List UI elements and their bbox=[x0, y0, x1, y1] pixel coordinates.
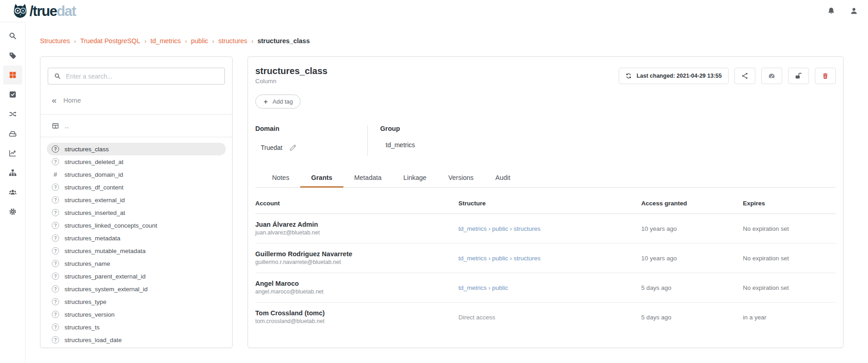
delete-button[interactable] bbox=[815, 68, 836, 84]
access-granted-value: 5 days ago bbox=[641, 314, 671, 321]
breadcrumb-separator: › bbox=[251, 38, 253, 45]
grant-user-email: tom.crossland@bluetab.net bbox=[255, 318, 458, 324]
question-circle-icon: ? bbox=[52, 145, 59, 153]
access-granted-cell: 10 years ago bbox=[641, 244, 743, 273]
search-icon bbox=[54, 73, 61, 80]
header-actions bbox=[827, 7, 858, 15]
structure-link[interactable]: td_metrics › public › structures bbox=[458, 225, 541, 232]
rail-item-search[interactable] bbox=[3, 26, 22, 45]
account-cell: Angel Maroco angel.maroco@bluetab.net bbox=[255, 273, 458, 303]
rail-item-lineage[interactable] bbox=[3, 104, 22, 124]
sidebar-item-structures-system-external-id[interactable]: ? structures_system_external_id bbox=[47, 283, 226, 295]
sidebar-item-structures-load-date[interactable]: ? structures_load_date bbox=[47, 333, 226, 346]
sitemap-icon bbox=[9, 169, 17, 177]
search-input[interactable] bbox=[66, 73, 218, 80]
unlock-icon bbox=[795, 72, 802, 80]
grant-user-email: juan.alvarez@bluetab.net bbox=[255, 229, 458, 236]
column-header-account: Account bbox=[255, 188, 458, 214]
account-cell: Tom Crossland (tomc) tom.crossland@bluet… bbox=[255, 303, 458, 332]
expires-value: No expiration set bbox=[743, 284, 789, 291]
sidebar-item-structures-mutable-metadata[interactable]: ? structures_mutable_metadata bbox=[47, 244, 226, 257]
structure-cell: Direct access bbox=[458, 303, 641, 332]
access-granted-cell: 5 days ago bbox=[641, 273, 743, 303]
sidebar-item-structures-type[interactable]: ? structures_type bbox=[47, 295, 226, 308]
rail-item-tags[interactable] bbox=[3, 46, 22, 65]
question-circle-icon: ? bbox=[52, 260, 59, 267]
detail-actions: Last changed: 2021-04-29 13:55 bbox=[619, 68, 836, 84]
last-changed-button[interactable]: Last changed: 2021-04-29 13:55 bbox=[619, 68, 729, 84]
sidebar-item-label: structures_metadata bbox=[64, 235, 120, 242]
sidebar-item-structures-class[interactable]: ? structures_class bbox=[47, 143, 226, 155]
home-label: Home bbox=[64, 97, 81, 104]
breadcrumb-link-database[interactable]: td_metrics bbox=[150, 37, 181, 45]
structure-link[interactable]: td_metrics › public bbox=[458, 284, 508, 291]
structure-browser-panel: « Home .. ? structures_class bbox=[40, 56, 233, 348]
unlock-button[interactable] bbox=[788, 68, 809, 84]
rail-item-systems[interactable] bbox=[3, 124, 22, 143]
column-header-structure: Structure bbox=[458, 188, 641, 214]
sidebar-item-structures-inserted-at[interactable]: ? structures_inserted_at bbox=[47, 206, 226, 219]
rail-item-users[interactable] bbox=[3, 183, 22, 202]
user-icon[interactable] bbox=[850, 7, 858, 15]
edit-pencil-icon[interactable] bbox=[289, 144, 297, 151]
expires-cell: in a year bbox=[743, 303, 836, 332]
gear-icon bbox=[9, 208, 17, 216]
tab-linkage[interactable]: Linkage bbox=[392, 170, 437, 188]
breadcrumb-link-system[interactable]: Truedat PostgreSQL bbox=[80, 37, 140, 45]
sidebar-item-structures-linked-concepts-count[interactable]: ? structures_linked_concepts_count bbox=[47, 219, 226, 232]
domain-label: Domain bbox=[255, 125, 367, 132]
tab-versions[interactable]: Versions bbox=[437, 170, 485, 188]
structure-detail-panel: structures_class Column Last changed: 20… bbox=[248, 56, 843, 348]
sidebar-item-structures-name[interactable]: ? structures_name bbox=[47, 257, 226, 270]
home-collapse-row[interactable]: « Home bbox=[52, 96, 226, 104]
rail-item-settings[interactable] bbox=[3, 202, 22, 221]
logo-text: /truedat bbox=[30, 4, 76, 18]
grants-table: Account Structure Access granted Expires… bbox=[255, 188, 836, 332]
expires-cell: No expiration set bbox=[743, 244, 836, 273]
domain-value: Truedat bbox=[261, 144, 283, 151]
share-button[interactable] bbox=[734, 68, 755, 84]
account-cell: Juan Álvarez Admin juan.alvarez@bluetab.… bbox=[255, 214, 458, 244]
structure-link[interactable]: td_metrics › public › structures bbox=[458, 255, 541, 262]
tab-notes[interactable]: Notes bbox=[261, 170, 300, 188]
sidebar-item-structures-version[interactable]: ? structures_version bbox=[47, 308, 226, 321]
expires-value: in a year bbox=[743, 314, 767, 321]
add-tag-button[interactable]: Add tag bbox=[255, 94, 301, 109]
table-row: Juan Álvarez Admin juan.alvarez@bluetab.… bbox=[255, 214, 836, 244]
drive-icon bbox=[9, 129, 17, 138]
sidebar-item-structures-domain-id[interactable]: # structures_domain_id bbox=[47, 168, 226, 181]
tab-grants[interactable]: Grants bbox=[300, 170, 343, 188]
plus-icon bbox=[263, 99, 268, 104]
trash-icon bbox=[822, 72, 829, 80]
tab-audit[interactable]: Audit bbox=[485, 170, 521, 188]
truedat-logo[interactable]: /truedat bbox=[12, 3, 76, 19]
expires-cell: No expiration set bbox=[743, 273, 836, 303]
shuffle-icon bbox=[9, 110, 17, 118]
sidebar-item-structures-parent-external-id[interactable]: ? structures_parent_external_id bbox=[47, 270, 226, 283]
structure-search bbox=[48, 68, 225, 85]
breadcrumb-link-structures[interactable]: Structures bbox=[40, 37, 70, 45]
rail-item-quality[interactable] bbox=[3, 85, 22, 104]
bell-icon[interactable] bbox=[827, 7, 835, 15]
grant-user-email: angel.maroco@bluetab.net bbox=[255, 288, 458, 295]
sidebar-item-structures-external-id[interactable]: ? structures_external_id bbox=[47, 194, 226, 206]
sidebar-item-structures-df-content[interactable]: ? structures_df_content bbox=[47, 181, 226, 194]
tab-metadata[interactable]: Metadata bbox=[343, 170, 392, 188]
quality-gauge-button[interactable] bbox=[761, 68, 782, 84]
sidebar-item-structures-metadata[interactable]: ? structures_metadata bbox=[47, 232, 226, 244]
breadcrumb-link-table[interactable]: structures bbox=[218, 37, 248, 45]
breadcrumb-link-schema[interactable]: public bbox=[191, 37, 208, 45]
sidebar-item-label: structures_domain_id bbox=[64, 171, 123, 178]
rail-item-taxonomy[interactable] bbox=[3, 163, 22, 182]
structure-field-list: ? structures_class ? structures_deleted_… bbox=[47, 143, 226, 346]
sidebar-item-structures-deleted-at[interactable]: ? structures_deleted_at bbox=[47, 155, 226, 168]
sidebar-item-label: structures_class bbox=[64, 146, 109, 153]
question-circle-icon: ? bbox=[52, 222, 59, 229]
sidebar-item-structures-ts[interactable]: ? structures_ts bbox=[47, 321, 226, 333]
table-row: Tom Crossland (tomc) tom.crossland@bluet… bbox=[255, 303, 836, 332]
tags-icon bbox=[9, 51, 17, 60]
rail-item-dashboards[interactable] bbox=[3, 144, 22, 163]
parent-table-item[interactable]: .. bbox=[52, 122, 226, 129]
divider bbox=[40, 114, 232, 114]
rail-item-catalog[interactable] bbox=[3, 65, 22, 85]
